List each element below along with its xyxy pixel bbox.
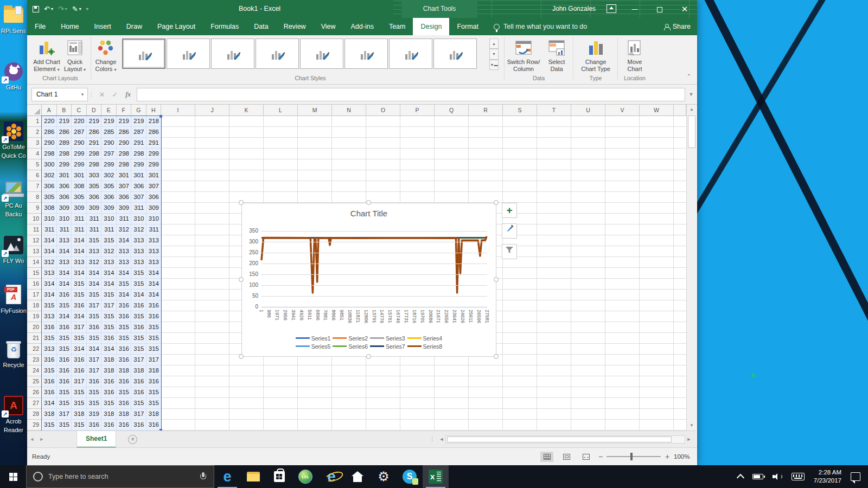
taskbar-file-explorer-button[interactable] <box>240 465 266 488</box>
cell-G17[interactable]: 314 <box>131 290 146 300</box>
cell-H12[interactable]: 313 <box>146 235 162 246</box>
name-box-dropdown-icon[interactable]: ▼ <box>80 88 85 101</box>
cell-A12[interactable]: 314 <box>42 235 57 246</box>
row-header-22[interactable]: 22 <box>27 344 42 355</box>
cell-E21[interactable]: 316 <box>101 333 117 344</box>
taskbar-edge-button[interactable]: e <box>214 465 240 488</box>
cell-D21[interactable]: 315 <box>87 333 102 344</box>
cell-A21[interactable]: 315 <box>42 333 57 344</box>
row-header-20[interactable]: 20 <box>27 322 42 333</box>
cell-G7[interactable]: 306 <box>131 181 146 192</box>
move-chart-button[interactable]: Move Chart <box>621 37 649 73</box>
ribbon-tab-home[interactable]: Home <box>53 18 86 35</box>
cell-F12[interactable]: 314 <box>117 235 132 246</box>
cell-E27[interactable]: 315 <box>101 398 117 409</box>
cell-H13[interactable]: 313 <box>146 246 162 257</box>
cell-E29[interactable]: 316 <box>101 420 117 431</box>
chart-style-1[interactable] <box>122 38 165 69</box>
cell-B1[interactable]: 219 <box>57 116 72 127</box>
legend-item-series5[interactable]: Series5 <box>296 343 331 350</box>
chart-object[interactable]: Chart Title Series1Series2Series3Series4… <box>241 203 496 357</box>
quick-layout-button[interactable]: Quick Layout ▾ <box>62 37 88 73</box>
cell-H1[interactable]: 218 <box>146 116 162 127</box>
gallery-scroll-down-button[interactable]: ▼ <box>489 49 499 59</box>
scroll-right-arrow[interactable]: ► <box>685 436 693 442</box>
cell-E18[interactable]: 317 <box>101 300 117 311</box>
horizontal-scroll-thumb[interactable] <box>447 436 672 442</box>
cell-D25[interactable]: 316 <box>87 376 102 387</box>
chart-resize-handle[interactable] <box>239 354 244 359</box>
undo-button[interactable]: ↶▾ <box>44 5 53 13</box>
collapse-ribbon-button[interactable]: ⌃ <box>685 73 693 81</box>
cell-H28[interactable]: 318 <box>146 409 162 420</box>
desktop-icon-acrob[interactable]: A↗AcrobReader <box>0 395 27 434</box>
cell-F20[interactable]: 315 <box>117 322 132 333</box>
ribbon-tab-insert[interactable]: Insert <box>87 18 119 35</box>
cell-G24[interactable]: 318 <box>131 365 146 376</box>
column-header-L[interactable]: L <box>264 105 298 116</box>
cell-A23[interactable]: 316 <box>42 355 57 365</box>
legend-item-series4[interactable]: Series4 <box>407 335 443 342</box>
cell-B23[interactable]: 316 <box>57 355 72 365</box>
save-button[interactable] <box>33 6 39 12</box>
horizontal-scroll-track[interactable] <box>445 435 685 444</box>
cell-D26[interactable]: 315 <box>87 387 102 398</box>
taskbar-settings-button[interactable]: ⚙ <box>371 465 397 488</box>
cell-E9[interactable]: 309 <box>101 203 117 214</box>
cell-F3[interactable]: 290 <box>117 138 132 149</box>
cell-F22[interactable]: 316 <box>117 344 132 355</box>
microphone-icon[interactable] <box>200 472 206 481</box>
cell-H25[interactable]: 316 <box>146 376 162 387</box>
cell-G22[interactable]: 315 <box>131 344 146 355</box>
cell-D22[interactable]: 314 <box>87 344 102 355</box>
column-header-W[interactable]: W <box>640 105 674 116</box>
cell-D12[interactable]: 315 <box>87 235 102 246</box>
cell-F15[interactable]: 314 <box>117 268 132 279</box>
cell-F28[interactable]: 318 <box>117 409 132 420</box>
chart-legend[interactable]: Series1Series2Series3Series4Series5Serie… <box>242 334 496 350</box>
gallery-scroll-up-button[interactable]: ▲ <box>489 38 499 49</box>
cell-E12[interactable]: 315 <box>101 235 117 246</box>
series-line-series8[interactable] <box>261 237 487 293</box>
column-header-V[interactable]: V <box>605 105 640 116</box>
cell-A22[interactable]: 313 <box>42 344 57 355</box>
row-header-21[interactable]: 21 <box>27 333 42 344</box>
cell-C22[interactable]: 314 <box>72 344 87 355</box>
formula-bar-expand-icon[interactable]: ▼ <box>685 92 697 97</box>
cell-A29[interactable]: 315 <box>42 420 57 431</box>
column-header-U[interactable]: U <box>571 105 605 116</box>
tray-expand-chevron-icon[interactable] <box>737 474 744 481</box>
cell-F13[interactable]: 313 <box>117 246 132 257</box>
cell-G28[interactable]: 317 <box>131 409 146 420</box>
taskbar-skype-button[interactable]: S <box>397 465 423 488</box>
cell-D16[interactable]: 314 <box>87 279 102 290</box>
cell-F1[interactable]: 219 <box>117 116 132 127</box>
tab-bar-grip[interactable]: ⁞ <box>431 436 433 442</box>
cell-A14[interactable]: 312 <box>42 257 57 268</box>
page-break-view-button[interactable] <box>579 452 592 462</box>
cell-B5[interactable]: 299 <box>57 159 72 170</box>
desktop-icon-gotome[interactable]: ↗GoToMeQuick Co <box>0 120 27 159</box>
cell-C13[interactable]: 314 <box>72 246 87 257</box>
chart-filters-button[interactable] <box>502 244 517 259</box>
cell-F10[interactable]: 311 <box>117 214 132 224</box>
row-header-8[interactable]: 8 <box>27 192 42 203</box>
cell-B21[interactable]: 315 <box>57 333 72 344</box>
cell-B16[interactable]: 314 <box>57 279 72 290</box>
taskbar-store-button[interactable] <box>266 465 292 488</box>
legend-item-series1[interactable]: Series1 <box>296 335 331 342</box>
cell-B4[interactable]: 298 <box>57 149 72 159</box>
taskbar-internet-explorer-button[interactable]: e <box>318 465 344 488</box>
chart-resize-handle[interactable] <box>494 200 499 205</box>
row-header-25[interactable]: 25 <box>27 376 42 387</box>
cell-B26[interactable]: 315 <box>57 387 72 398</box>
cell-H16[interactable]: 314 <box>146 279 162 290</box>
tell-me-box[interactable]: Tell me what you want to do <box>494 18 587 35</box>
cell-F27[interactable]: 316 <box>117 398 132 409</box>
column-header-O[interactable]: O <box>366 105 400 116</box>
cell-H3[interactable]: 291 <box>146 138 162 149</box>
cell-F2[interactable]: 286 <box>117 127 132 138</box>
cell-E10[interactable]: 310 <box>101 214 117 224</box>
cell-D17[interactable]: 315 <box>87 290 102 300</box>
enter-entry-button[interactable]: ✓ <box>108 91 122 99</box>
